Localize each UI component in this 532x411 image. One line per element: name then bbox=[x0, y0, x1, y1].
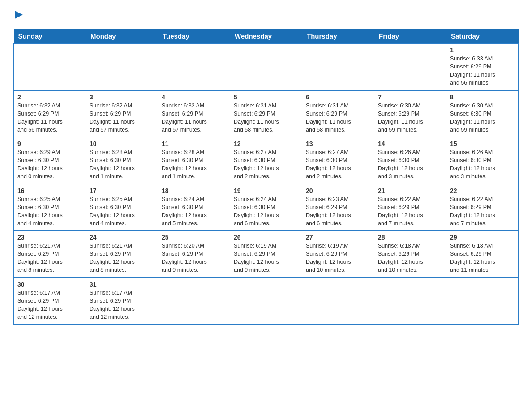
calendar-cell: 11Sunrise: 6:28 AM Sunset: 6:30 PM Dayli… bbox=[158, 137, 230, 184]
day-info: Sunrise: 6:17 AM Sunset: 6:29 PM Dayligh… bbox=[17, 289, 82, 321]
day-info: Sunrise: 6:18 AM Sunset: 6:29 PM Dayligh… bbox=[450, 242, 515, 274]
day-info: Sunrise: 6:28 AM Sunset: 6:30 PM Dayligh… bbox=[90, 148, 154, 181]
calendar-cell bbox=[374, 278, 446, 325]
day-number: 17 bbox=[90, 187, 154, 194]
calendar-cell: 29Sunrise: 6:18 AM Sunset: 6:29 PM Dayli… bbox=[446, 231, 519, 278]
day-number: 16 bbox=[17, 187, 82, 194]
day-info: Sunrise: 6:26 AM Sunset: 6:30 PM Dayligh… bbox=[450, 148, 515, 181]
calendar-cell: 6Sunrise: 6:31 AM Sunset: 6:29 PM Daylig… bbox=[302, 90, 374, 137]
calendar-cell: 31Sunrise: 6:17 AM Sunset: 6:29 PM Dayli… bbox=[86, 278, 158, 325]
calendar-cell bbox=[374, 44, 446, 90]
calendar-row: 16Sunrise: 6:25 AM Sunset: 6:30 PM Dayli… bbox=[14, 184, 519, 231]
calendar-cell bbox=[86, 44, 158, 90]
calendar-cell: 12Sunrise: 6:27 AM Sunset: 6:30 PM Dayli… bbox=[230, 137, 302, 184]
calendar-cell bbox=[302, 44, 374, 90]
day-number: 8 bbox=[450, 94, 515, 101]
day-info: Sunrise: 6:22 AM Sunset: 6:29 PM Dayligh… bbox=[450, 195, 515, 228]
day-info: Sunrise: 6:33 AM Sunset: 6:29 PM Dayligh… bbox=[450, 55, 515, 87]
weekday-header-tuesday: Tuesday bbox=[158, 29, 230, 44]
weekday-header-monday: Monday bbox=[86, 29, 158, 44]
day-number: 10 bbox=[90, 140, 154, 147]
calendar-table: SundayMondayTuesdayWednesdayThursdayFrid… bbox=[13, 29, 519, 325]
day-info: Sunrise: 6:26 AM Sunset: 6:30 PM Dayligh… bbox=[378, 148, 442, 181]
day-info: Sunrise: 6:27 AM Sunset: 6:30 PM Dayligh… bbox=[306, 148, 370, 181]
weekday-header-thursday: Thursday bbox=[302, 29, 374, 44]
day-info: Sunrise: 6:30 AM Sunset: 6:30 PM Dayligh… bbox=[450, 102, 515, 134]
calendar-cell: 22Sunrise: 6:22 AM Sunset: 6:29 PM Dayli… bbox=[446, 184, 519, 231]
day-number: 13 bbox=[306, 140, 370, 147]
calendar-cell: 18Sunrise: 6:24 AM Sunset: 6:30 PM Dayli… bbox=[158, 184, 230, 231]
day-number: 6 bbox=[306, 94, 370, 101]
day-number: 20 bbox=[306, 187, 370, 194]
day-number: 30 bbox=[17, 281, 82, 288]
calendar-cell: 23Sunrise: 6:21 AM Sunset: 6:29 PM Dayli… bbox=[14, 231, 86, 278]
weekday-header-wednesday: Wednesday bbox=[230, 29, 302, 44]
day-number: 7 bbox=[378, 94, 442, 101]
day-info: Sunrise: 6:30 AM Sunset: 6:29 PM Dayligh… bbox=[378, 102, 442, 134]
svg-marker-0 bbox=[15, 11, 23, 19]
day-info: Sunrise: 6:25 AM Sunset: 6:30 PM Dayligh… bbox=[90, 195, 154, 228]
day-info: Sunrise: 6:21 AM Sunset: 6:29 PM Dayligh… bbox=[17, 242, 82, 274]
day-number: 28 bbox=[378, 234, 442, 241]
calendar-cell: 16Sunrise: 6:25 AM Sunset: 6:30 PM Dayli… bbox=[14, 184, 86, 231]
calendar-cell: 4Sunrise: 6:32 AM Sunset: 6:29 PM Daylig… bbox=[158, 90, 230, 137]
calendar-row: 2Sunrise: 6:32 AM Sunset: 6:29 PM Daylig… bbox=[14, 90, 519, 137]
day-info: Sunrise: 6:19 AM Sunset: 6:29 PM Dayligh… bbox=[234, 242, 298, 274]
day-number: 2 bbox=[17, 94, 82, 101]
day-info: Sunrise: 6:32 AM Sunset: 6:29 PM Dayligh… bbox=[17, 102, 82, 134]
day-info: Sunrise: 6:25 AM Sunset: 6:30 PM Dayligh… bbox=[17, 195, 82, 228]
calendar-cell: 28Sunrise: 6:18 AM Sunset: 6:29 PM Dayli… bbox=[374, 231, 446, 278]
calendar-row: 23Sunrise: 6:21 AM Sunset: 6:29 PM Dayli… bbox=[14, 231, 519, 278]
day-number: 3 bbox=[90, 94, 154, 101]
day-info: Sunrise: 6:31 AM Sunset: 6:29 PM Dayligh… bbox=[234, 102, 298, 134]
calendar-cell: 1Sunrise: 6:33 AM Sunset: 6:29 PM Daylig… bbox=[446, 44, 519, 90]
calendar-cell bbox=[446, 278, 519, 325]
calendar-cell: 20Sunrise: 6:23 AM Sunset: 6:29 PM Dayli… bbox=[302, 184, 374, 231]
day-info: Sunrise: 6:32 AM Sunset: 6:29 PM Dayligh… bbox=[162, 102, 226, 134]
logo-triangle-icon bbox=[15, 11, 23, 19]
day-number: 27 bbox=[306, 234, 370, 241]
day-info: Sunrise: 6:32 AM Sunset: 6:29 PM Dayligh… bbox=[90, 102, 154, 134]
day-info: Sunrise: 6:22 AM Sunset: 6:29 PM Dayligh… bbox=[378, 195, 442, 228]
day-number: 1 bbox=[450, 47, 515, 54]
day-info: Sunrise: 6:28 AM Sunset: 6:30 PM Dayligh… bbox=[162, 148, 226, 181]
day-number: 18 bbox=[162, 187, 226, 194]
calendar-cell: 15Sunrise: 6:26 AM Sunset: 6:30 PM Dayli… bbox=[446, 137, 519, 184]
day-number: 21 bbox=[378, 187, 442, 194]
day-number: 12 bbox=[234, 140, 298, 147]
calendar-cell bbox=[158, 278, 230, 325]
calendar-cell: 14Sunrise: 6:26 AM Sunset: 6:30 PM Dayli… bbox=[374, 137, 446, 184]
day-info: Sunrise: 6:20 AM Sunset: 6:29 PM Dayligh… bbox=[162, 242, 226, 274]
logo bbox=[13, 11, 23, 21]
day-info: Sunrise: 6:21 AM Sunset: 6:29 PM Dayligh… bbox=[90, 242, 154, 274]
calendar-row: 1Sunrise: 6:33 AM Sunset: 6:29 PM Daylig… bbox=[14, 44, 519, 90]
day-number: 19 bbox=[234, 187, 298, 194]
calendar-cell: 8Sunrise: 6:30 AM Sunset: 6:30 PM Daylig… bbox=[446, 90, 519, 137]
calendar-cell bbox=[230, 44, 302, 90]
day-info: Sunrise: 6:24 AM Sunset: 6:30 PM Dayligh… bbox=[234, 195, 298, 228]
weekday-header-sunday: Sunday bbox=[14, 29, 86, 44]
weekday-header-saturday: Saturday bbox=[446, 29, 519, 44]
day-info: Sunrise: 6:23 AM Sunset: 6:29 PM Dayligh… bbox=[306, 195, 370, 228]
day-number: 9 bbox=[17, 140, 82, 147]
calendar-cell bbox=[230, 278, 302, 325]
calendar-cell: 10Sunrise: 6:28 AM Sunset: 6:30 PM Dayli… bbox=[86, 137, 158, 184]
day-number: 25 bbox=[162, 234, 226, 241]
day-info: Sunrise: 6:17 AM Sunset: 6:29 PM Dayligh… bbox=[90, 289, 154, 321]
calendar-cell: 17Sunrise: 6:25 AM Sunset: 6:30 PM Dayli… bbox=[86, 184, 158, 231]
day-info: Sunrise: 6:31 AM Sunset: 6:29 PM Dayligh… bbox=[306, 102, 370, 134]
day-number: 31 bbox=[90, 281, 154, 288]
day-info: Sunrise: 6:27 AM Sunset: 6:30 PM Dayligh… bbox=[234, 148, 298, 181]
calendar-cell: 7Sunrise: 6:30 AM Sunset: 6:29 PM Daylig… bbox=[374, 90, 446, 137]
day-number: 26 bbox=[234, 234, 298, 241]
calendar-cell: 2Sunrise: 6:32 AM Sunset: 6:29 PM Daylig… bbox=[14, 90, 86, 137]
day-number: 22 bbox=[450, 187, 515, 194]
calendar-cell: 5Sunrise: 6:31 AM Sunset: 6:29 PM Daylig… bbox=[230, 90, 302, 137]
day-number: 24 bbox=[90, 234, 154, 241]
calendar-cell: 27Sunrise: 6:19 AM Sunset: 6:29 PM Dayli… bbox=[302, 231, 374, 278]
calendar-cell: 19Sunrise: 6:24 AM Sunset: 6:30 PM Dayli… bbox=[230, 184, 302, 231]
calendar-cell: 24Sunrise: 6:21 AM Sunset: 6:29 PM Dayli… bbox=[86, 231, 158, 278]
day-info: Sunrise: 6:24 AM Sunset: 6:30 PM Dayligh… bbox=[162, 195, 226, 228]
calendar-row: 9Sunrise: 6:29 AM Sunset: 6:30 PM Daylig… bbox=[14, 137, 519, 184]
day-info: Sunrise: 6:18 AM Sunset: 6:29 PM Dayligh… bbox=[378, 242, 442, 274]
